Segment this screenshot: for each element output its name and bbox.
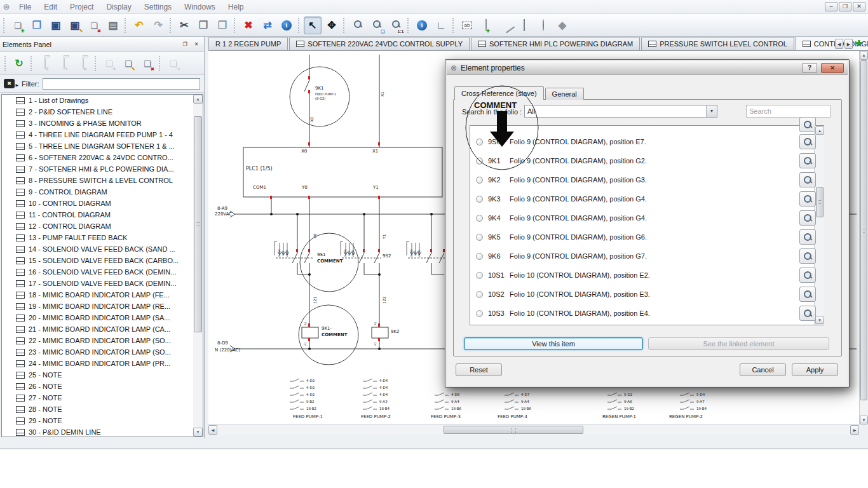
menu-file[interactable]: File — [13, 1, 37, 13]
drawing-list-item[interactable]: 14 - SOLENOID VALVE FEED BACK (SAND ... — [2, 243, 193, 255]
tab-scroll-left-icon[interactable]: ◀ — [835, 39, 843, 49]
zoom-window-button[interactable] — [349, 17, 367, 34]
filter-input[interactable] — [43, 78, 201, 90]
view-row-button[interactable] — [799, 248, 816, 264]
insert-image-button[interactable]: ✚ — [477, 17, 495, 34]
drawing-list-item[interactable]: 1 - List of Drawings — [2, 95, 193, 106]
canvas-vscroll-thumb[interactable] — [860, 60, 867, 400]
view-row-button[interactable] — [799, 153, 816, 168]
xref-radio-9k5[interactable] — [476, 234, 483, 241]
xref-scroll-down-icon[interactable]: ▼ — [815, 316, 824, 324]
dialog-tab-general[interactable]: General — [545, 88, 584, 100]
canvas-scroll-left-icon[interactable]: ◀ — [208, 425, 217, 435]
view-row-button[interactable] — [799, 306, 816, 321]
menu-edit[interactable]: Edit — [37, 1, 64, 13]
close-button-icon[interactable]: ✕ — [853, 2, 865, 11]
panel-scroll-down-icon[interactable]: ▼ — [193, 428, 203, 437]
redo-button[interactable]: ↷ — [149, 17, 167, 34]
view-row-button[interactable] — [799, 134, 816, 149]
xref-radio-9k4[interactable] — [476, 215, 483, 222]
drawing-list-item[interactable]: 5 - THREE LINE DIAGRAM SOFTENER 1 & ... — [2, 140, 193, 152]
dialog-help-button[interactable]: ? — [802, 63, 817, 73]
tab-softener-220vac-24vdc-control-supply[interactable]: SOFTENER 220VAC 24VDC CONTROL SUPPLY — [289, 37, 470, 50]
drawing-list-item[interactable]: 27 - NOTE — [2, 392, 193, 403]
xref-scroll-up-icon[interactable]: ▲ — [815, 126, 824, 135]
drawing-list-item[interactable]: 3 - INCOMING & PHASE MONITOR — [2, 118, 193, 129]
canvas-hscroll-thumb[interactable] — [444, 426, 583, 434]
draw-line-button[interactable] — [496, 17, 514, 34]
panel-scrollbar[interactable]: ▲ ▼ — [193, 95, 203, 437]
drawing-list-item[interactable]: 6 - SOFTENER 220VAC & 24VDC CONTRO... — [2, 152, 193, 163]
drawing-list-item[interactable]: 17 - SOLENOID VALVE FEED BACK (DEMIN... — [2, 278, 193, 289]
dialog-tab-cross-reference-slave[interactable]: Cross Reference (slave) — [454, 86, 544, 100]
view-row-button[interactable] — [799, 268, 816, 283]
xref-radio-9k3[interactable] — [476, 196, 483, 203]
paste-button[interactable]: ❒ — [214, 17, 231, 34]
canvas-vertical-scrollbar[interactable]: ▲ ▼ — [859, 51, 868, 424]
drawing-list-item[interactable]: 18 - MIMIC BOARD INDICATOR LAMP (FE... — [2, 289, 193, 301]
drawing-list-item[interactable]: 23 - MIMIC BOARD INDICATOR LAMP (SO... — [2, 346, 193, 358]
drawing-list-item[interactable]: 26 - NOTE — [2, 381, 193, 392]
zoom-page-button[interactable]: ❏ — [368, 17, 386, 34]
menu-help[interactable]: Help — [222, 1, 250, 13]
drawing-list-item[interactable]: 21 - MIMIC BOARD INDICATOR LAMP (CA... — [2, 323, 193, 335]
drawing-list-item[interactable]: 29 - NOTE — [2, 415, 193, 426]
drawing-list-item[interactable]: 22 - MIMIC BOARD INDICATOR LAMP (SO... — [2, 335, 193, 346]
draw-rectangle-button[interactable] — [515, 17, 533, 34]
print-button[interactable]: ▤ — [104, 17, 122, 34]
xref-search-input[interactable] — [746, 105, 831, 118]
select-cursor-button[interactable]: ↖ — [304, 17, 322, 34]
connection-line-button[interactable]: ∟ — [432, 17, 450, 34]
menu-settings[interactable]: Settings — [138, 1, 178, 13]
view-row-button[interactable] — [799, 172, 816, 187]
menu-display[interactable]: Display — [100, 1, 137, 13]
combo-dropdown-icon[interactable]: ▼ — [706, 105, 717, 117]
drawing-list-item[interactable]: 11 - CONTROL DIAGRAM — [2, 209, 193, 220]
xref-radio-9k1[interactable] — [476, 158, 483, 165]
tab-pressure-switch-level-control[interactable]: PRESSURE SWITCH LEVEL CONTROL — [641, 37, 794, 50]
view-row-button[interactable] — [799, 191, 816, 207]
information-button[interactable]: i — [278, 17, 295, 34]
drawing-list-item[interactable]: 12 - CONTROL DIAGRAM — [2, 220, 193, 232]
view-row-button[interactable] — [799, 229, 816, 245]
undo-button[interactable]: ↶ — [130, 17, 148, 34]
drawing-list-item[interactable]: 24 - MIMIC BOARD INDICATOR LAMP (PR... — [2, 358, 193, 369]
cut-button[interactable]: ✂ — [175, 17, 193, 34]
refresh-button[interactable]: ↻ — [10, 55, 28, 72]
drawing-list-item[interactable]: 8 - PRESSURE SWITCH & LEVEL CONTROL — [2, 175, 193, 186]
xref-radio-10s1[interactable] — [476, 272, 483, 279]
view-this-item-button[interactable]: View this item — [464, 337, 643, 350]
canvas-horizontal-scrollbar[interactable]: ◀ ▶ — [208, 424, 859, 435]
xref-radio-10s3[interactable] — [476, 310, 483, 317]
canvas-scroll-right-icon[interactable]: ▶ — [850, 425, 859, 435]
xref-radio-9k2[interactable] — [476, 177, 483, 184]
canvas-scroll-down-icon[interactable]: ▼ — [860, 416, 868, 424]
delete-button[interactable]: ✖ — [240, 17, 257, 34]
xref-radio-9k6[interactable] — [476, 253, 483, 260]
drawing-list-item[interactable]: 16 - SOLENOID VALVE FEED BACK (DEMIN... — [2, 266, 193, 278]
see-linked-element-button[interactable]: See the linked element — [648, 337, 829, 350]
drawing-list-item[interactable]: 19 - MIMIC BOARD INDICATOR LAMP (RE... — [2, 301, 193, 312]
zoom-actual-button[interactable]: 1:1 — [387, 17, 405, 34]
drawing-list-item[interactable]: 15 - SOLENOID VALVE FEED BACK (CARBO... — [2, 255, 193, 266]
drawing-list-item[interactable]: 25 - NOTE — [2, 369, 193, 381]
open-project-button[interactable]: ❒ — [28, 17, 46, 34]
delete-document-button[interactable]: ❏✖ — [85, 17, 103, 34]
canvas-scroll-up-icon[interactable]: ▲ — [860, 51, 868, 60]
dialog-close-button[interactable]: ✕ — [821, 63, 844, 73]
xref-scroll-thumb[interactable] — [816, 187, 824, 217]
delete-page-button[interactable]: ❏✖ — [139, 55, 156, 72]
drawing-list-item[interactable]: 7 - SOFTENER HMI & PLC POWERING DIA... — [2, 163, 193, 175]
add-tab-icon[interactable]: ✚ — [854, 39, 864, 49]
save-as-button[interactable]: ▣✎ — [66, 17, 84, 34]
panel-close-icon[interactable]: ✕ — [191, 40, 201, 49]
draw-ellipse-button[interactable] — [534, 17, 552, 34]
tab-scroll-right-icon[interactable]: ▶ — [844, 39, 853, 49]
tab-softener-hmi-plc-powering-diagram[interactable]: SOFTENER HMI PLC POWERING DIAGRAM — [471, 37, 640, 50]
view-row-button[interactable] — [799, 287, 816, 302]
drawing-list-item[interactable]: 9 - CONTROL DIAGRAM — [2, 186, 193, 198]
drawing-list-item[interactable]: 30 - P&ID DEMIN LINE — [2, 426, 193, 437]
drawing-list-item[interactable]: 4 - THREE LINE DIAGRAM FEED PUMP 1 - 4 — [2, 129, 193, 140]
panel-scroll-thumb[interactable] — [194, 116, 202, 332]
save-button[interactable]: ▣ — [47, 17, 65, 34]
